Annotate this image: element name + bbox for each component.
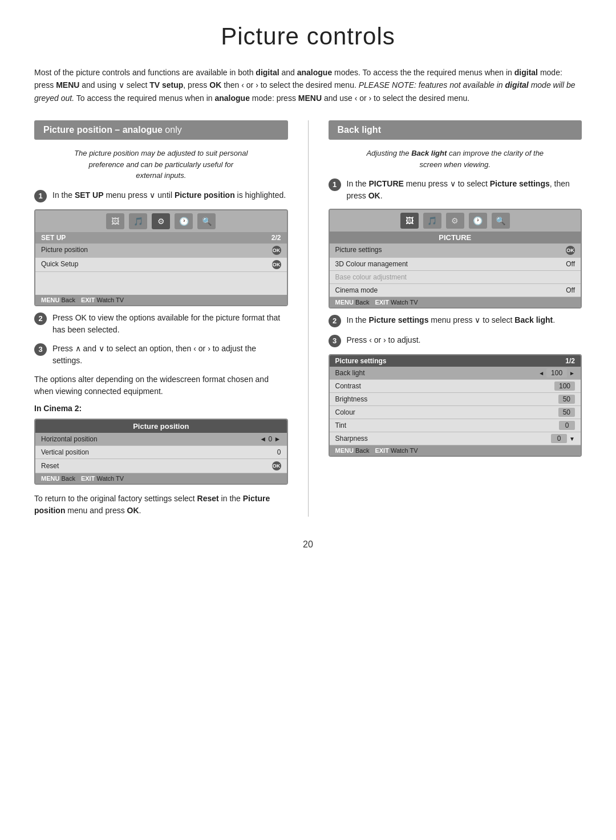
intro-text: Most of the picture controls and functio… <box>34 66 582 104</box>
pp-footer-back: Back <box>61 475 75 482</box>
ps-row-contrast: Contrast 100 <box>330 380 581 393</box>
ps-row2-value: 100 <box>554 382 575 391</box>
ps-row-colour: Colour 50 <box>330 406 581 419</box>
setup-tv-screen: 🖼 🎵 ⚙ 🕐 🔍 SET UP 2/2 Picture position OK… <box>34 209 288 306</box>
left-italic-note: The picture position may be adjusted to … <box>34 148 288 181</box>
left-column: Picture position – analogue only The pic… <box>34 120 288 517</box>
ps-row6-arrow-down: ▼ <box>569 436 575 442</box>
ps-footer-back: Back <box>355 447 369 454</box>
pp-row-vertical: Vertical position 0 <box>35 446 287 459</box>
pict-row-cinema: Cinema mode Off <box>330 284 581 297</box>
pict-icon-clock: 🕐 <box>469 213 487 229</box>
pict-row1-label: Picture settings <box>335 246 382 255</box>
pp-row2-label: Vertical position <box>41 448 89 456</box>
pp-row-horizontal: Horizontal position ◄ 0 ► <box>35 433 287 446</box>
pp-footer: MENU Back EXIT Watch TV <box>35 473 287 484</box>
setup-footer-back: Back <box>61 297 75 303</box>
right-section-header: Back light <box>329 120 582 140</box>
step3-text: Press ∧ and ∨ to select an option, then … <box>52 343 288 367</box>
ps-screen-header: Picture settings 1/2 <box>330 355 581 367</box>
setup-row-picture-position: Picture position OK <box>35 244 287 258</box>
pp-footer-exit-key: EXIT <box>81 475 95 482</box>
picture-position-screen: Picture position Horizontal position ◄ 0… <box>34 419 288 485</box>
pp-row-reset: Reset OK <box>35 459 287 473</box>
setup-screen-header: SET UP 2/2 <box>35 232 287 244</box>
ps-footer: MENU Back EXIT Watch TV <box>330 445 581 456</box>
picture-footer: MENU Back EXIT Watch TV <box>330 297 581 307</box>
pp-row1-value: 0 <box>269 435 273 443</box>
setup-footer: MENU Back EXIT Watch TV <box>35 295 287 305</box>
setup-footer-exit-key: EXIT <box>81 297 95 303</box>
pp-row3-label: Reset <box>41 462 59 470</box>
right-step2-number: 2 <box>329 315 341 327</box>
ps-footer-exit-key: EXIT <box>375 447 388 454</box>
setup-footer-menu-key: MENU <box>41 297 59 303</box>
pp-screen-header: Picture position <box>35 420 287 433</box>
ps-row3-value: 50 <box>558 395 575 404</box>
step2-number: 2 <box>34 313 47 325</box>
pict-footer-watch: Watch TV <box>391 299 418 306</box>
pict-footer-back: Back <box>355 299 369 306</box>
pp-footer-menu-key: MENU <box>41 475 59 482</box>
pp-row1-arrow-left: ◄ <box>260 435 266 443</box>
ps-row1-value: 100 <box>546 368 567 378</box>
ps-row6-value-group: 0 ▼ <box>551 434 575 443</box>
picture-settings-screen: Picture settings 1/2 Back light ◄ 100 ► … <box>329 354 582 457</box>
tv-icon-lock: 🔍 <box>197 213 216 229</box>
left-step2: 2 Press OK to view the options available… <box>34 312 288 336</box>
pict-icon-lock: 🔍 <box>492 213 510 229</box>
pp-row2-value: 0 <box>277 448 281 456</box>
picture-tv-screen: 🖼 🎵 ⚙ 🕐 🔍 PICTURE Picture settings OK 3D… <box>329 209 582 309</box>
right-italic-note: Adjusting the Back light can improve the… <box>329 148 582 170</box>
pict-footer-exit-key: EXIT <box>375 299 388 306</box>
pict-row-3d: 3D Colour management Off <box>330 258 581 271</box>
setup-row1-ok: OK <box>272 246 281 255</box>
left-body-text: The options alter depending on the wides… <box>34 374 288 398</box>
pict-row1-ok: OK <box>566 246 575 255</box>
left-footer-note: To return to the original factory settin… <box>34 493 288 517</box>
setup-row2-label: Quick Setup <box>41 260 78 269</box>
tv-icon-music: 🎵 <box>129 213 147 229</box>
tv-icon-setup: ⚙ <box>152 213 170 229</box>
right-step2: 2 In the Picture settings menu press ∨ t… <box>329 314 582 327</box>
ps-row-tint: Tint 0 <box>330 419 581 432</box>
tv-icons-bar: 🖼 🎵 ⚙ 🕐 🔍 <box>35 210 287 232</box>
setup-row-quick-setup: Quick Setup OK <box>35 258 287 272</box>
ps-row5-label: Tint <box>335 421 347 429</box>
ps-footer-menu-key: MENU <box>335 447 354 454</box>
step3-number: 3 <box>34 343 47 356</box>
left-section-header: Picture position – analogue only <box>34 120 288 140</box>
pict-icon-picture: 🖼 <box>400 213 419 229</box>
setup-footer-watch: Watch TV <box>96 297 124 303</box>
pict-icon-setup: ⚙ <box>446 213 464 229</box>
pp-footer-watch: Watch TV <box>96 475 124 482</box>
ps-row1-label: Back light <box>335 369 365 377</box>
ps-row1-arrow-left: ◄ <box>538 370 544 376</box>
pict-row4-label: Cinema mode <box>335 286 378 294</box>
right-step3-text: Press ‹ or › to adjust. <box>347 334 421 346</box>
ps-footer-watch: Watch TV <box>391 447 418 454</box>
pict-row-settings: Picture settings OK <box>330 244 581 258</box>
column-divider <box>308 120 309 517</box>
right-step1-text: In the PICTURE menu press ∨ to select Pi… <box>347 178 582 202</box>
pict-icon-music: 🎵 <box>423 213 441 229</box>
ps-row3-label: Brightness <box>335 395 368 403</box>
step1-text: In the SET UP menu press ∨ until Picture… <box>52 189 286 201</box>
ps-row4-value: 50 <box>558 408 575 417</box>
pict-row3-label: Base colour adjustment <box>335 273 407 281</box>
setup-title: SET UP <box>41 234 66 242</box>
left-step3: 3 Press ∧ and ∨ to select an option, the… <box>34 343 288 367</box>
pict-footer-menu-key: MENU <box>335 299 354 306</box>
pict-row2-value: Off <box>566 260 575 268</box>
page-number: 20 <box>34 539 582 550</box>
ps-row1-arrow-right: ► <box>569 370 575 376</box>
ps-screen-page: 1/2 <box>565 357 575 365</box>
setup-row1-label: Picture position <box>41 246 88 255</box>
ps-row4-label: Colour <box>335 408 355 416</box>
ps-row6-value: 0 <box>551 434 567 443</box>
ps-screen-title: Picture settings <box>335 357 387 365</box>
ps-row1-value-group: ◄ 100 ► <box>538 368 575 378</box>
pict-row2-label: 3D Colour management <box>335 260 408 268</box>
left-step1: 1 In the SET UP menu press ∨ until Pictu… <box>34 189 288 202</box>
page-title: Picture controls <box>34 23 582 50</box>
